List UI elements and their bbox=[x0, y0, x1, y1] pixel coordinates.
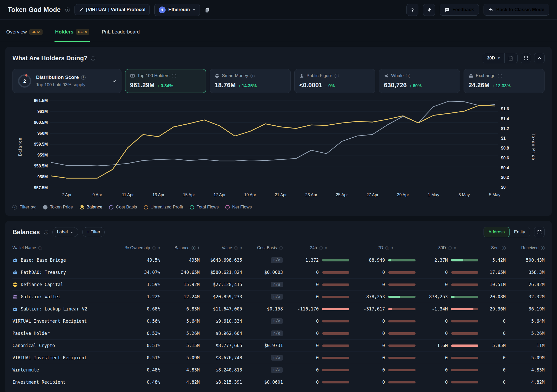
wallet-name[interactable]: Defiance Capital bbox=[12, 282, 113, 287]
chain-selector-button[interactable]: Ethereum ▼ bbox=[154, 4, 200, 16]
column-header-ownership[interactable]: % Ownershipi▲▼ bbox=[113, 246, 160, 250]
sort-icon[interactable]: ▲▼ bbox=[158, 246, 160, 250]
info-icon[interactable]: i bbox=[406, 74, 410, 78]
label-dropdown-text: Label bbox=[57, 229, 68, 235]
wallet-name[interactable]: Sablier: Lockup Linear V2 bbox=[12, 306, 113, 312]
info-icon[interactable]: i bbox=[91, 56, 95, 60]
column-header-value[interactable]: Valuei▲▼ bbox=[200, 246, 242, 250]
tab-holders[interactable]: Holders BETA bbox=[55, 29, 90, 42]
info-icon[interactable]: i bbox=[250, 74, 255, 78]
info-icon[interactable]: i bbox=[65, 8, 70, 12]
info-icon[interactable]: i bbox=[152, 246, 156, 250]
feedback-button[interactable]: Feedback bbox=[440, 4, 479, 16]
table-row[interactable]: Base: Base Bridge49.5%495M$843,698,635n/… bbox=[12, 254, 545, 266]
wallet-name[interactable]: VIRTUAL Investment Recipient bbox=[12, 355, 113, 361]
filter-option-net-flows[interactable]: Net Flows bbox=[225, 205, 252, 210]
add-filter-button[interactable]: + Filter bbox=[82, 227, 105, 237]
holders-chart[interactable]: Balance Token Price 961.5M961M960.5M960M… bbox=[12, 97, 545, 200]
info-icon[interactable]: i bbox=[319, 246, 323, 250]
smart-money-card[interactable]: Smart Money i 18.76M ↑ 14.35% bbox=[210, 69, 291, 93]
broadcast-button[interactable] bbox=[406, 4, 418, 16]
wallet-name[interactable]: Passive Holder bbox=[12, 331, 113, 336]
sort-icon[interactable]: ▲▼ bbox=[198, 246, 200, 250]
table-row[interactable]: VIRTUAL Investment Recipient0.51%5.09M$8… bbox=[12, 352, 545, 364]
info-icon[interactable]: i bbox=[502, 246, 506, 250]
pin-button[interactable] bbox=[423, 4, 435, 16]
range-dropdown[interactable]: 30D ▼ bbox=[483, 53, 504, 63]
ownership-cell: 0.51% bbox=[113, 343, 160, 348]
info-icon[interactable]: i bbox=[279, 246, 283, 250]
robot-icon bbox=[12, 270, 18, 275]
public-figure-card[interactable]: Public Figure i <0.0001 ↑ 0% bbox=[294, 69, 375, 93]
exchange-card[interactable]: Exchange i 24.26M ↑ 12.33% bbox=[464, 69, 545, 93]
value-cell: $27,128,415 bbox=[200, 282, 242, 287]
copy-icon[interactable] bbox=[205, 7, 210, 13]
table-row[interactable]: VIRTUAL Investment Recipient0.56%5.64M$9… bbox=[12, 315, 545, 327]
info-icon[interactable]: i bbox=[38, 246, 42, 250]
sort-icon[interactable]: ▲▼ bbox=[454, 246, 456, 250]
column-header-7d[interactable]: 7Di▲▼ bbox=[349, 246, 416, 250]
info-icon[interactable]: i bbox=[498, 74, 502, 78]
expand-table-button[interactable] bbox=[534, 227, 545, 237]
column-header-24h[interactable]: 24hi▲▼ bbox=[283, 246, 349, 250]
tab-pnl-leaderboard[interactable]: PnL Leaderboard bbox=[101, 29, 140, 42]
cost-basis-cell: n/a bbox=[242, 367, 283, 373]
table-row[interactable]: Investment Recipient0.48%4.82M$8,215,391… bbox=[12, 376, 545, 388]
expand-chart-button[interactable] bbox=[521, 53, 531, 63]
info-icon[interactable]: i bbox=[234, 246, 238, 250]
balance-cell: 5.64M bbox=[160, 319, 200, 324]
wallet-name[interactable]: VIRTUAL Investment Recipient bbox=[12, 319, 113, 324]
whale-card[interactable]: Whale i 630,726 ↑ 60% bbox=[379, 69, 460, 93]
table-row[interactable]: Sablier: Lockup Linear V20.68%6.83M$11,6… bbox=[12, 303, 545, 315]
table-row[interactable]: Defiance Capital1.59%15.92M$27,128,415n/… bbox=[12, 278, 545, 290]
filter-option-cost-basis[interactable]: Cost Basis bbox=[109, 205, 137, 210]
info-icon[interactable]: i bbox=[448, 246, 452, 250]
column-header-balance[interactable]: Balancei▲▼ bbox=[160, 246, 200, 250]
table-row[interactable]: PathDAO: Treasury34.07%340.65M$580,621,8… bbox=[12, 266, 545, 278]
table-row[interactable]: Wintermute0.48%4.83M$8,240,813n/a00004.8… bbox=[12, 364, 545, 376]
wallet-name[interactable]: PathDAO: Treasury bbox=[12, 270, 113, 275]
filter-option-token-price[interactable]: Token Price bbox=[43, 205, 73, 210]
table-row[interactable]: Passive Holder0.53%5.26M$8,962,664n/a000… bbox=[12, 327, 545, 339]
info-icon[interactable]: i bbox=[385, 246, 389, 250]
tab-overview[interactable]: Overview BETA bbox=[6, 29, 43, 42]
wallet-name[interactable]: Canonical Crypto bbox=[12, 343, 113, 348]
wallet-name[interactable]: Gate.io: Wallet bbox=[12, 294, 113, 300]
info-icon[interactable]: i bbox=[541, 246, 545, 250]
column-header-30d[interactable]: 30Di▲▼ bbox=[416, 246, 478, 250]
wallet-name[interactable]: Investment Recipient bbox=[12, 380, 113, 385]
sort-icon[interactable]: ▲▼ bbox=[240, 246, 242, 250]
wallet-name[interactable]: Base: Base Bridge bbox=[12, 258, 113, 263]
table-row[interactable]: Gate.io: Wallet1.22%12.24M$20,859,233n/a… bbox=[12, 290, 545, 303]
label-dropdown[interactable]: Label bbox=[52, 227, 78, 237]
info-icon[interactable]: i bbox=[81, 75, 86, 80]
filter-option-balance[interactable]: Balance bbox=[80, 205, 102, 210]
table-row[interactable]: Canonical Crypto0.51%5.15M$8,777,665$0.9… bbox=[12, 339, 545, 352]
toggle-address[interactable]: Address bbox=[484, 227, 510, 237]
toggle-entity[interactable]: Entity bbox=[509, 227, 530, 237]
flow-24h-bar bbox=[322, 381, 349, 383]
tab-holders-label: Holders bbox=[55, 29, 73, 35]
info-icon[interactable]: i bbox=[172, 74, 176, 78]
flow-30d-bar bbox=[451, 357, 478, 359]
distribution-score-card[interactable]: 2 Distribution Score i Top 100 hold 93% … bbox=[12, 69, 121, 93]
calendar-button[interactable] bbox=[505, 53, 517, 63]
token-selector-button[interactable]: [VIRTUAL] Virtual Protocol bbox=[74, 4, 150, 15]
filter-option-unrealized-profit[interactable]: Unrealized Profit bbox=[144, 205, 183, 210]
chart-svg[interactable]: 961.5M961M960.5M960M959.5M959M958.5M958M… bbox=[12, 97, 545, 199]
wallet-name[interactable]: Wintermute bbox=[12, 367, 113, 373]
sort-icon[interactable]: ▲▼ bbox=[391, 246, 393, 250]
filter-option-total-flows[interactable]: Total Flows bbox=[190, 205, 219, 210]
info-icon[interactable]: i bbox=[12, 205, 17, 209]
flow-30d-cell: 878,253 bbox=[416, 294, 478, 299]
ownership-cell: 49.5% bbox=[113, 258, 160, 263]
info-icon[interactable]: i bbox=[44, 230, 48, 234]
info-icon[interactable]: i bbox=[192, 246, 195, 250]
top100-holders-card[interactable]: Top 100 Holders i 961.29M ↑ 0.34% bbox=[125, 69, 206, 93]
balance-cell: 495M bbox=[160, 258, 200, 263]
collapse-panel-button[interactable] bbox=[534, 53, 545, 63]
info-icon[interactable]: i bbox=[335, 74, 339, 78]
back-to-classic-button[interactable]: Back to Classic Mode bbox=[484, 4, 549, 16]
exchange-delta: ↑ 12.33% bbox=[492, 83, 511, 89]
sort-icon[interactable]: ▲▼ bbox=[325, 246, 327, 250]
